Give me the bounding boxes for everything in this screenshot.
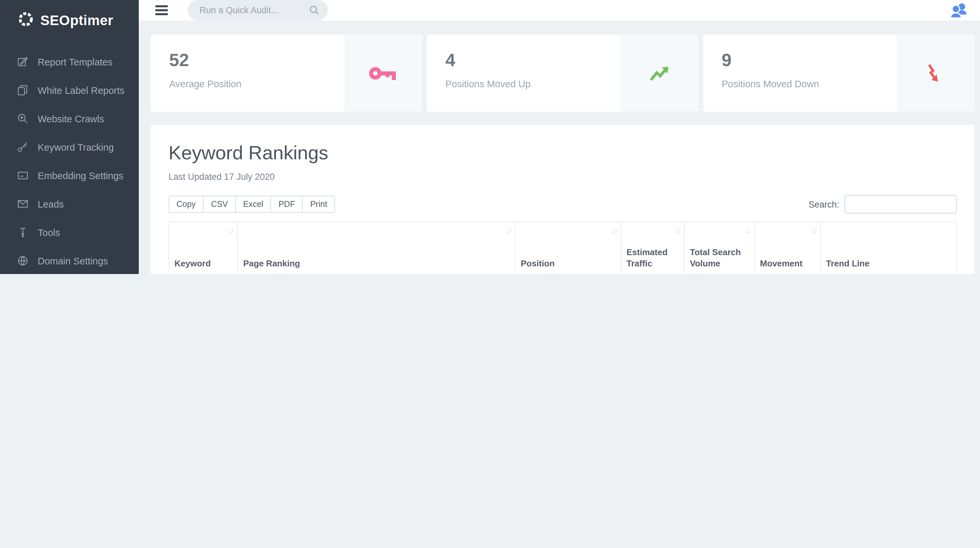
sidebar-item-label: White Label Reports [38,85,124,96]
logo[interactable]: SEOptimer [0,0,139,40]
stat-label: Average Position [169,79,344,89]
sidebar-item-keyword-tracking[interactable]: Keyword Tracking [0,133,139,161]
sort-icon[interactable]: ↓↑ [745,226,751,235]
sidebar-item-label: Leads [38,199,64,209]
key-icon [344,34,422,112]
stat-value: 52 [169,50,344,71]
sidebar-nav: Report Templates White Label Reports Web… [0,48,139,274]
hamburger-menu-icon[interactable] [155,6,170,15]
white-label-reports-icon [17,84,29,96]
excel-button[interactable]: Excel [235,196,271,213]
sidebar-item-embedding-settings[interactable]: Embedding Settings [0,161,139,190]
sidebar-item-label: Report Templates [38,57,113,67]
stat-card-average-position: 52 Average Position [151,34,422,112]
quick-audit-search [188,0,328,21]
topbar [139,0,980,21]
page-title: Keyword Rankings [169,142,957,164]
embedding-settings-icon [17,170,29,181]
trend-down-icon [897,34,975,112]
column-header-estimated-traffic[interactable]: ↓↑Estimated Traffic [621,222,684,274]
sidebar-item-label: Domain Settings [38,255,108,266]
stat-card-positions-moved-down: 9 Positions Moved Down [703,34,975,112]
sidebar-item-leads[interactable]: Leads [0,190,139,218]
sidebar-item-label: Website Crawls [38,113,104,124]
app-window: SEOptimer Report Templates White Label R… [0,0,980,274]
table-header-row: ↓↑Keyword ↓↑Page Ranking ↓↑Position ↓↑Es… [169,222,956,274]
column-header-position[interactable]: ↓↑Position [515,222,621,274]
main-area: 52 Average Position [139,0,980,274]
quick-audit-input[interactable] [188,0,328,21]
table-search-input[interactable] [845,195,957,213]
sort-icon[interactable]: ↓↑ [506,226,511,235]
last-updated-text: Last Updated 17 July 2020 [169,172,957,182]
sidebar-item-label: Embedding Settings [38,170,124,181]
sort-icon[interactable]: ↓↑ [675,226,681,235]
column-header-page-ranking[interactable]: ↓↑Page Ranking [237,222,515,274]
stat-card-positions-moved-up: 4 Positions Moved Up [427,34,698,112]
sort-icon[interactable]: ↓↑ [228,226,234,235]
column-header-trend-line: Trend Line [821,222,956,274]
sidebar: SEOptimer Report Templates White Label R… [0,0,139,274]
tools-icon [17,227,29,238]
keyword-tracking-icon [17,142,29,153]
sort-icon[interactable]: ↓↑ [811,226,817,235]
sidebar-item-report-templates[interactable]: Report Templates [0,48,139,76]
csv-button[interactable]: CSV [203,196,235,213]
trend-up-icon [620,34,698,112]
search-icon [309,5,319,18]
stat-label: Positions Moved Down [722,79,897,89]
sidebar-item-label: Tools [38,227,60,237]
export-button-group: Copy CSV Excel PDF Print [169,196,335,213]
table-search-label: Search: [808,199,839,209]
stat-value: 9 [722,50,897,71]
print-button[interactable]: Print [302,196,335,213]
domain-settings-icon [17,255,29,266]
seoptimer-gear-icon [17,11,34,30]
copy-button[interactable]: Copy [169,196,204,213]
sidebar-item-label: Keyword Tracking [38,142,114,152]
sidebar-item-tools[interactable]: Tools [0,218,139,247]
stat-cards: 52 Average Position [151,34,975,112]
keyword-rankings-panel: Keyword Rankings Last Updated 17 July 20… [151,125,975,274]
sidebar-item-white-label-reports[interactable]: White Label Reports [0,76,139,104]
sidebar-item-website-crawls[interactable]: Website Crawls [0,104,139,133]
column-header-movement[interactable]: ↓↑Movement [754,222,821,274]
sort-icon[interactable]: ↓↑ [612,226,617,235]
column-header-keyword[interactable]: ↓↑Keyword [169,222,237,274]
keyword-rankings-table: ↓↑Keyword ↓↑Page Ranking ↓↑Position ↓↑Es… [169,221,957,274]
content: 52 Average Position [139,21,980,274]
sidebar-item-domain-settings[interactable]: Domain Settings [0,247,139,274]
website-crawls-icon [17,113,29,124]
logo-text: SEOptimer [40,13,113,29]
stat-value: 4 [445,50,620,71]
stat-label: Positions Moved Up [445,79,620,89]
pdf-button[interactable]: PDF [270,196,303,213]
column-header-total-search-volume[interactable]: ↓↑Total Search Volume [684,222,754,274]
leads-icon [17,198,29,210]
report-templates-icon [17,56,29,67]
table-controls: Copy CSV Excel PDF Print Search: [169,195,957,213]
users-icon[interactable] [950,2,969,19]
